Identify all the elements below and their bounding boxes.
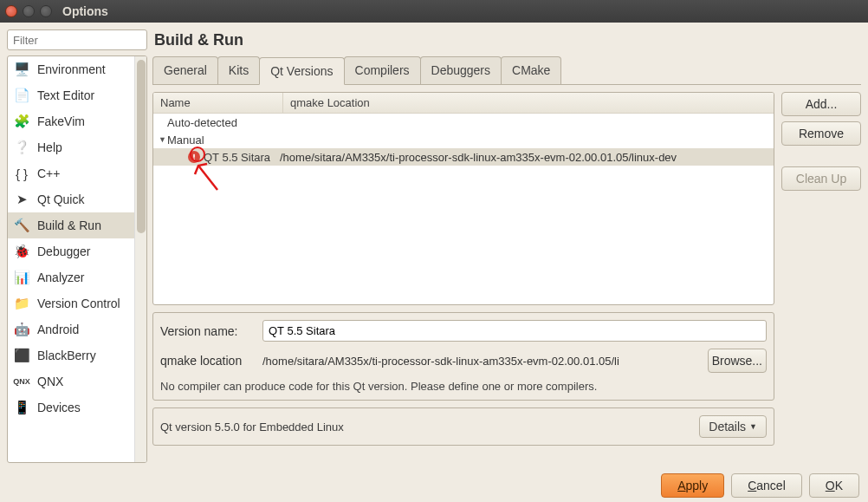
tree-header: Name qmake Location <box>153 93 774 114</box>
details-button[interactable]: Details▼ <box>699 415 767 438</box>
vcs-icon: 📁 <box>13 295 30 312</box>
svg-line-2 <box>198 166 217 190</box>
sidebar-item-analyzer[interactable]: 📊Analyzer <box>8 264 146 290</box>
sidebar-item-label: BlackBerry <box>37 349 96 362</box>
monitor-icon: 🖥️ <box>13 61 30 78</box>
tab-qt-versions[interactable]: Qt Versions <box>259 57 344 85</box>
ok-button[interactable]: OK <box>809 473 859 498</box>
col-qmake-location[interactable]: qmake Location <box>283 93 774 113</box>
cleanup-button[interactable]: Clean Up <box>781 166 861 191</box>
tree-item-location: /home/sitara/AM335x/ti-processor-sdk-lin… <box>280 151 774 164</box>
bug-icon: 🐞 <box>13 243 30 260</box>
sidebar-item-cpp[interactable]: { }C++ <box>8 160 146 186</box>
device-icon: 📱 <box>13 399 30 416</box>
chevron-down-icon: ▼ <box>749 422 757 431</box>
tabbar: General Kits Qt Versions Compilers Debug… <box>152 56 861 85</box>
maximize-icon[interactable] <box>40 5 52 17</box>
sidebar-item-label: Environment <box>37 62 106 76</box>
side-buttons: Add... Remove Clean Up <box>781 92 861 463</box>
tab-cmake[interactable]: CMake <box>501 56 561 84</box>
sidebar-item-label: Devices <box>37 401 81 414</box>
error-icon <box>188 151 200 163</box>
filter-input[interactable] <box>7 29 147 50</box>
cursor-icon: ➤ <box>13 191 30 208</box>
help-icon: ❔ <box>13 139 30 156</box>
sidebar-item-label: Android <box>37 323 79 336</box>
sidebar-item-environment[interactable]: 🖥️Environment <box>8 56 146 82</box>
qmake-location-label: qmake location <box>160 354 256 368</box>
main-panel: Build & Run General Kits Qt Versions Com… <box>152 29 861 463</box>
tab-debuggers[interactable]: Debuggers <box>420 56 502 84</box>
sidebar-item-label: C++ <box>37 166 60 180</box>
remove-button[interactable]: Remove <box>781 121 861 146</box>
sidebar-item-label: Analyzer <box>37 271 84 284</box>
apply-button[interactable]: Apply <box>661 473 724 498</box>
document-icon: 📄 <box>13 87 30 104</box>
dialog-footer: Apply Cancel OK <box>0 470 868 501</box>
version-info-text: Qt version 5.5.0 for Embedded Linux <box>160 421 344 434</box>
sidebar-item-label: Debugger <box>37 244 91 258</box>
cancel-button[interactable]: Cancel <box>731 473 802 498</box>
sidebar-scrollbar[interactable] <box>134 56 146 462</box>
browse-button[interactable]: Browse... <box>708 349 767 373</box>
version-info-panel: Qt version 5.5.0 for Embedded Linux Deta… <box>152 407 774 446</box>
tree-group-auto[interactable]: Auto-detected <box>153 114 774 131</box>
sidebar-item-label: FakeVim <box>37 114 85 128</box>
sidebar: 🖥️Environment 📄Text Editor 🧩FakeVim ❔Hel… <box>7 29 147 463</box>
hammer-icon: 🔨 <box>13 217 30 234</box>
android-icon: 🤖 <box>13 321 30 338</box>
sidebar-item-fakevim[interactable]: 🧩FakeVim <box>8 108 146 134</box>
close-icon[interactable] <box>5 5 17 17</box>
qnx-icon: QNX <box>13 373 30 390</box>
page-title: Build & Run <box>152 29 861 56</box>
version-name-label: Version name: <box>160 324 256 338</box>
tree-label: Manual <box>167 134 262 147</box>
sidebar-item-version-control[interactable]: 📁Version Control <box>8 290 146 316</box>
sidebar-item-label: Build & Run <box>37 218 101 232</box>
qmake-location-value: /home/sitara/AM335x/ti-processor-sdk-lin… <box>262 355 701 368</box>
tab-compilers[interactable]: Compilers <box>344 56 421 84</box>
sidebar-item-debugger[interactable]: 🐞Debugger <box>8 238 146 264</box>
sidebar-item-label: Help <box>37 140 62 154</box>
sidebar-item-label: QNX <box>37 375 63 388</box>
minimize-icon[interactable] <box>23 5 35 17</box>
sidebar-item-devices[interactable]: 📱Devices <box>8 394 146 421</box>
blackberry-icon: ⬛ <box>13 347 30 364</box>
window-title: Options <box>62 4 108 18</box>
version-form: Version name: qmake location /home/sitar… <box>152 312 774 401</box>
sidebar-item-qtquick[interactable]: ➤Qt Quick <box>8 186 146 212</box>
col-name[interactable]: Name <box>153 93 283 113</box>
chart-icon: 📊 <box>13 269 30 286</box>
svg-rect-1 <box>193 159 195 160</box>
tab-kits[interactable]: Kits <box>217 56 260 84</box>
version-name-input[interactable] <box>262 320 767 342</box>
tab-general[interactable]: General <box>152 56 218 84</box>
sidebar-item-label: Qt Quick <box>37 192 84 206</box>
sidebar-item-text-editor[interactable]: 📄Text Editor <box>8 82 146 108</box>
sidebar-item-qnx[interactable]: QNXQNX <box>8 368 146 394</box>
compiler-warning: No compiler can produce code for this Qt… <box>160 380 767 393</box>
vim-icon: 🧩 <box>13 113 30 130</box>
tree-label: Auto-detected <box>167 116 262 129</box>
sidebar-item-label: Text Editor <box>37 88 94 102</box>
tree-row-qt-sitara[interactable]: QT 5.5 Sitara /home/sitara/AM335x/ti-pro… <box>153 148 774 166</box>
sidebar-item-build-run[interactable]: 🔨Build & Run <box>8 212 146 238</box>
add-button[interactable]: Add... <box>781 92 861 116</box>
svg-rect-0 <box>193 154 195 158</box>
sidebar-item-blackberry[interactable]: ⬛BlackBerry <box>8 342 146 368</box>
sidebar-item-help[interactable]: ❔Help <box>8 134 146 160</box>
qt-versions-tree[interactable]: Name qmake Location Auto-detected ▼ Manu… <box>152 92 774 305</box>
braces-icon: { } <box>13 165 30 182</box>
sidebar-item-label: Version Control <box>37 297 120 310</box>
chevron-down-icon[interactable]: ▼ <box>159 135 167 144</box>
sidebar-item-android[interactable]: 🤖Android <box>8 316 146 342</box>
tree-group-manual[interactable]: ▼ Manual <box>153 131 774 148</box>
tree-item-name: QT 5.5 Sitara <box>204 151 280 164</box>
titlebar: Options <box>0 0 868 23</box>
details-label: Details <box>709 420 746 434</box>
